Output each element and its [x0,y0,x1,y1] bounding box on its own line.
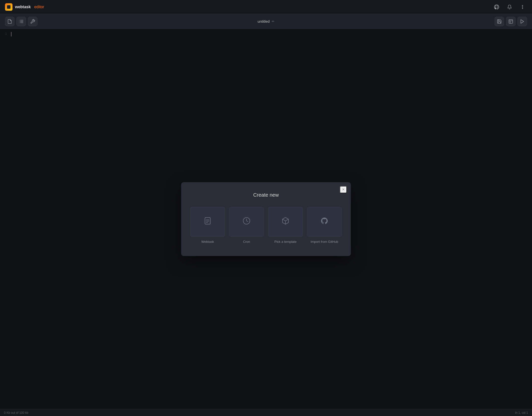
brand-editor-label: editor [34,5,44,9]
file-icon [7,19,12,24]
logo-icon [5,3,12,11]
modal-options-grid: Webtask Cron [191,207,341,244]
webtask-option-label: Webtask [201,240,214,244]
document-icon [204,217,212,227]
template-option-card[interactable] [268,207,303,237]
toolbar-left-actions [5,17,37,26]
cron-option-label: Cron [243,240,250,244]
logs-button[interactable] [506,17,516,26]
topbar-actions [492,2,527,11]
modal-title: Create new [191,192,341,198]
status-bar: 0 Kb out of 100 kb ln 1, col 1 [0,409,532,416]
more-menu-button[interactable] [518,2,527,11]
cursor-position-status: ln 1, col 1 [515,411,528,415]
cube-icon [281,217,289,227]
toolbar-right-actions [495,17,527,26]
list-icon [19,19,24,24]
brand-name: webtask [15,5,31,9]
logo-icon-inner [7,5,10,9]
option-github-wrapper: Import from GitHub [307,207,342,244]
task-list-button[interactable] [16,17,26,26]
webtask-option-card[interactable] [190,207,225,237]
editor-area: 1 × Create new [0,29,532,409]
save-button[interactable] [495,17,504,26]
wrench-icon [30,19,35,24]
svg-point-2 [522,8,523,9]
svg-rect-9 [509,19,513,23]
run-button[interactable] [518,17,527,26]
cron-option-card[interactable] [229,207,264,237]
github-import-option-card[interactable] [307,207,342,237]
github-button[interactable] [492,2,501,11]
option-cron-wrapper: Cron [229,207,264,244]
settings-button[interactable] [28,17,37,26]
github-import-option-label: Import from GitHub [311,240,338,244]
new-file-button[interactable] [5,17,14,26]
edit-title-icon[interactable]: ✏ [272,19,274,23]
github-modal-icon [320,217,328,227]
more-vertical-icon [520,4,525,9]
close-icon: × [342,187,345,192]
template-option-label: Pick a template [274,240,297,244]
logs-icon [508,19,513,24]
clock-icon [243,217,251,227]
brand-section: webtask editor [5,3,44,11]
github-icon [494,4,499,10]
notifications-button[interactable] [505,2,514,11]
file-size-status: 0 Kb out of 100 kb [4,411,28,415]
modal-overlay: × Create new [0,29,532,409]
document-title-section: untitled ✏ [258,19,274,23]
svg-rect-13 [205,218,210,224]
option-template-wrapper: Pick a template [268,207,303,244]
save-icon [497,19,502,24]
create-new-modal: × Create new [181,182,351,256]
svg-marker-12 [521,19,524,23]
svg-point-0 [522,5,523,6]
editor-toolbar: untitled ✏ [0,14,532,29]
bell-icon [507,4,512,9]
document-title: untitled [258,19,269,23]
run-icon [520,19,525,24]
top-navigation-bar: webtask editor [0,0,532,14]
option-webtask-wrapper: Webtask [190,207,225,244]
svg-point-1 [522,6,523,7]
modal-close-button[interactable]: × [340,186,347,193]
